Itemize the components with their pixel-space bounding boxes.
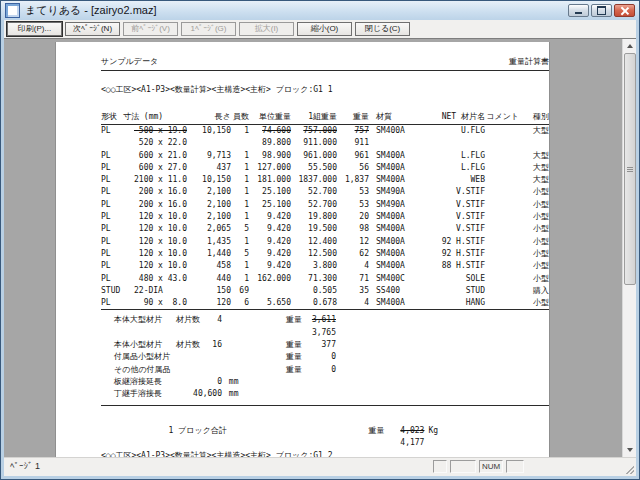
cell-type: 大型 (519, 125, 549, 137)
one-page-button[interactable]: 1ﾍﾟｰｼﾞ(G) (181, 22, 236, 36)
app-window: まてりある - [zairyo2.maz] 印刷(P)...次ﾍﾟｰｼﾞ(N)前… (0, 0, 640, 480)
cell-len: 2,100 (187, 186, 231, 198)
cell-wt: 1,837 (337, 174, 369, 186)
table-row: PL 120 x 10.045819.4203.8004SM400A88 H.S… (101, 260, 549, 272)
cell-qty: 1 (231, 186, 249, 198)
cell-len: 150 (187, 285, 231, 297)
cell-set: 55.500 (291, 162, 337, 174)
cell-size: 120 x 10.0 (123, 211, 187, 223)
cell-type: 小型 (519, 260, 549, 272)
block-total-revised-value: 4,177 (388, 437, 424, 449)
report-document: サンプルデータ 重量計算書 <○○工区><A1-P3><数量計算><主構造><主… (56, 42, 549, 457)
next-block-header: <○○工区><A1-P3><数量計算><主構造><主桁> ブロック:G1 2 (101, 450, 549, 457)
zoom-in-button[interactable]: 拡大(I) (239, 22, 294, 36)
vertical-scrollbar[interactable] (622, 39, 636, 457)
block-total-line: 1 ブロック合計重量4,023Kg (101, 413, 549, 425)
scroll-down-button[interactable] (623, 443, 636, 457)
table-header: 形状 寸法 (mm) 長さ 員数 単位重量 1組重量 重量 材質 NET 材片名… (101, 111, 549, 125)
cell-set: 0.505 (291, 285, 337, 297)
cell-qty (231, 137, 249, 149)
minimize-button[interactable] (568, 4, 589, 17)
summary-line: 本体小型材片材片数16重量377 (101, 339, 549, 351)
app-icon (5, 3, 20, 18)
cell-qty: 1 (231, 162, 249, 174)
close-button[interactable] (614, 4, 635, 17)
cell-len: 2,100 (187, 211, 231, 223)
next-page-button[interactable]: 次ﾍﾟｰｼﾞ(N) (65, 22, 120, 36)
summary-field: mm (224, 376, 238, 388)
col-comment: コメント (485, 111, 519, 124)
summary-line: その他の付属品重量0 (101, 364, 549, 376)
cell-qty: 1 (231, 211, 249, 223)
cell-name: WEB (423, 174, 485, 186)
statusbar-pane (450, 460, 476, 473)
window-controls (568, 4, 635, 17)
summary-field: 3,611 (306, 314, 336, 326)
cell-comment (485, 199, 519, 211)
statusbar: ﾍﾟｰｼﾞ 1 NUM (4, 457, 636, 476)
summary-field: 本体大型材片 (114, 314, 176, 326)
zoom-out-button[interactable]: 縮小(O) (297, 22, 352, 36)
cell-set: 0.678 (291, 297, 337, 309)
cell-unit: 181.000 (249, 174, 291, 186)
col-quantity: 員数 (231, 111, 249, 124)
cell-unit: 89.800 (249, 137, 291, 149)
cell-comment (485, 285, 519, 297)
cell-comment (485, 248, 519, 260)
summary-field: その他の付属品 (114, 364, 176, 376)
cell-set: 12.400 (291, 236, 337, 248)
cell-mat: SM400A (369, 297, 423, 309)
summary-field: 0 (306, 351, 336, 363)
report-page: サンプルデータ 重量計算書 <○○工区><A1-P3><数量計算><主構造><主… (56, 42, 549, 457)
cell-shape: PL (101, 162, 123, 174)
scroll-thumb[interactable] (624, 53, 636, 285)
scroll-up-icon (627, 44, 633, 48)
col-length: 長さ (187, 111, 231, 124)
print-button[interactable]: 印刷(P)... (7, 22, 62, 36)
cell-shape: PL (101, 199, 123, 211)
statusbar-panes: NUM (433, 460, 524, 473)
prev-page-button[interactable]: 前ﾍﾟｰｼﾞ(V) (123, 22, 178, 36)
cell-set: 52.700 (291, 199, 337, 211)
scroll-up-button[interactable] (623, 39, 636, 53)
cell-wt: 4 (337, 297, 369, 309)
cell-mat: SM400A (369, 260, 423, 272)
cell-size: 200 x 16.0 (123, 199, 187, 211)
cell-size: 480 x 43.0 (123, 273, 187, 285)
cell-unit: 25.100 (249, 186, 291, 198)
block-total: 1 ブロック合計重量4,023Kg 4,177 (101, 413, 549, 438)
toolbar: 印刷(P)...次ﾍﾟｰｼﾞ(N)前ﾍﾟｰｼﾞ(V)1ﾍﾟｰｼﾞ(G)拡大(I)… (4, 20, 636, 38)
summary-field: 材片数 (176, 339, 206, 351)
cell-set: 19.800 (291, 211, 337, 223)
cell-type: 小型 (519, 186, 549, 198)
cell-mat (369, 137, 423, 149)
cell-type: 大型 (519, 174, 549, 186)
cell-qty: 1 (231, 273, 249, 285)
cell-comment (485, 150, 519, 162)
cell-len: 1,440 (187, 248, 231, 260)
summary-line: 本体大型材片材片数4重量3,611 (101, 314, 549, 326)
summary-field: 40,600 (176, 388, 222, 400)
resize-grip-icon (625, 465, 634, 474)
col-weight: 重量 (337, 111, 369, 124)
report-title: サンプルデータ (101, 56, 158, 67)
cell-shape: PL (101, 150, 123, 162)
cell-name: 92 H.STIF (423, 248, 485, 260)
table-row: PL 200 x 16.02,100125.10052.70053SM490AV… (101, 199, 549, 211)
cell-size: 600 x 27.0 (123, 162, 187, 174)
cell-unit: 162.000 (249, 273, 291, 285)
col-set-weight: 1組重量 (291, 111, 337, 124)
cell-set: 1837.000 (291, 174, 337, 186)
cell-wt: 62 (337, 248, 369, 260)
maximize-button[interactable] (591, 4, 612, 17)
cell-size: 120 x 10.0 (123, 236, 187, 248)
cell-size: 22-DIA (123, 285, 187, 297)
cell-name: HANG (423, 297, 485, 309)
cell-type: 小型 (519, 211, 549, 223)
table-row: STUD22-DIA 150690.50535SS400STUD購入 (101, 285, 549, 297)
close-document-button[interactable]: 閉じる(C) (355, 22, 410, 36)
cell-type: 小型 (519, 236, 549, 248)
cell-name: V.STIF (423, 186, 485, 198)
cell-mat: SM400A (369, 211, 423, 223)
cell-comment (485, 211, 519, 223)
